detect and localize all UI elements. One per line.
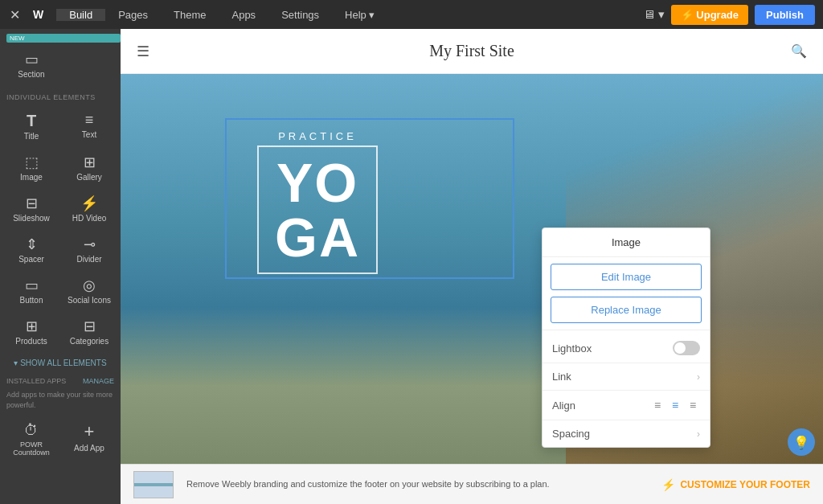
title-icon: T bbox=[27, 113, 36, 129]
spacing-chevron-icon: › bbox=[697, 428, 700, 440]
sidebar-item-slideshow[interactable]: ⊟ Slideshow bbox=[3, 190, 59, 229]
sidebar: NEW ▭ Section INDIVIDUAL ELEMENTS T Titl… bbox=[0, 29, 121, 504]
image-panel: Image Edit Image Replace Image Lightbox … bbox=[542, 227, 710, 448]
text-label: Text bbox=[82, 130, 96, 139]
sidebar-item-powr-countdown[interactable]: ⏱ POWR Countdown bbox=[3, 416, 59, 463]
add-app-label: Add App bbox=[74, 444, 104, 453]
installed-apps-label: INSTALLED APPS bbox=[6, 377, 66, 385]
manage-apps-link[interactable]: MANAGE bbox=[83, 377, 114, 385]
section-icon: ▭ bbox=[25, 52, 39, 67]
help-bubble[interactable]: 💡 bbox=[788, 428, 815, 456]
lightbox-toggle[interactable] bbox=[673, 341, 700, 355]
sidebar-item-social-icons[interactable]: ◎ Social Icons bbox=[61, 272, 117, 311]
sidebar-item-button[interactable]: ▭ Button bbox=[3, 272, 59, 311]
sidebar-item-products[interactable]: ⊞ Products bbox=[3, 313, 59, 352]
hd-video-icon: ⚡ bbox=[80, 196, 98, 211]
customize-footer-label: CUSTOMIZE YOUR FOOTER bbox=[680, 479, 810, 490]
sidebar-item-gallery[interactable]: ⊞ Gallery bbox=[61, 149, 117, 188]
lightbox-label: Lightbox bbox=[552, 342, 592, 354]
practice-text: PRACTICE bbox=[257, 130, 378, 142]
publish-button[interactable]: Publish bbox=[755, 5, 815, 25]
tab-theme[interactable]: Theme bbox=[161, 9, 219, 21]
close-button[interactable]: ✕ bbox=[6, 4, 23, 26]
align-center-icon[interactable]: ≡ bbox=[668, 398, 682, 412]
powr-countdown-icon: ⏱ bbox=[24, 423, 39, 437]
edit-image-button[interactable]: Edit Image bbox=[551, 264, 702, 290]
tab-help[interactable]: Help ▾ bbox=[332, 9, 387, 21]
add-app-icon: + bbox=[84, 423, 95, 440]
divider-label: Divider bbox=[76, 255, 101, 264]
lightbox-row: Lightbox bbox=[543, 334, 710, 363]
hero-area[interactable]: PRACTICE YOGA Image Edit Image Replace I… bbox=[121, 74, 823, 464]
menu-icon[interactable]: ☰ bbox=[137, 43, 149, 60]
top-nav: ✕ W Build Pages Theme Apps Settings Help… bbox=[0, 0, 823, 29]
main-layout: NEW ▭ Section INDIVIDUAL ELEMENTS T Titl… bbox=[0, 29, 823, 504]
align-left-icon[interactable]: ≡ bbox=[650, 398, 665, 412]
tab-build[interactable]: Build bbox=[56, 9, 105, 21]
sidebar-item-spacer[interactable]: ⇕ Spacer bbox=[3, 231, 59, 270]
customize-footer-button[interactable]: ⚡ CUSTOMIZE YOUR FOOTER bbox=[661, 478, 810, 491]
spacing-row[interactable]: Spacing › bbox=[543, 420, 710, 447]
spacer-label: Spacer bbox=[18, 255, 44, 264]
image-label: Image bbox=[20, 173, 43, 182]
title-label: Title bbox=[24, 132, 39, 141]
image-icon: ⬚ bbox=[25, 155, 39, 170]
panel-divider-1 bbox=[543, 330, 710, 330]
sidebar-item-section[interactable]: ▭ Section bbox=[3, 46, 59, 85]
tab-apps[interactable]: Apps bbox=[219, 9, 268, 21]
spacing-label: Spacing bbox=[552, 428, 590, 440]
apps-grid: ⏱ POWR Countdown + Add App bbox=[0, 415, 121, 465]
tab-pages[interactable]: Pages bbox=[105, 9, 161, 21]
replace-image-button[interactable]: Replace Image bbox=[551, 297, 702, 323]
canvas-area[interactable]: ☰ My First Site 🔍 PRACTICE YOGA Image Ed… bbox=[121, 29, 823, 504]
site-title: My First Site bbox=[429, 42, 514, 60]
section-label: Section bbox=[18, 70, 44, 79]
align-icons: ≡ ≡ ≡ bbox=[650, 398, 700, 412]
gallery-icon: ⊞ bbox=[84, 155, 96, 170]
sidebar-item-divider[interactable]: ⊸ Divider bbox=[61, 231, 117, 270]
nav-tabs: Build Pages Theme Apps Settings Help ▾ bbox=[56, 9, 634, 21]
categories-label: Categories bbox=[70, 337, 109, 346]
text-icon: ≡ bbox=[85, 113, 94, 127]
categories-icon: ⊟ bbox=[84, 319, 96, 334]
sidebar-item-hd-video[interactable]: ⚡ HD Video bbox=[61, 190, 117, 229]
bolt-icon: ⚡ bbox=[661, 478, 675, 491]
align-right-icon[interactable]: ≡ bbox=[686, 398, 700, 412]
link-label: Link bbox=[552, 371, 571, 383]
products-label: Products bbox=[15, 337, 47, 346]
installed-apps-header: INSTALLED APPS MANAGE bbox=[0, 372, 121, 390]
gallery-label: Gallery bbox=[76, 173, 102, 182]
yoga-text: YOGA bbox=[275, 155, 360, 264]
spacer-icon: ⇕ bbox=[26, 237, 38, 252]
show-all-elements[interactable]: ▾ SHOW ALL ELEMENTS bbox=[0, 354, 121, 372]
footer-preview bbox=[133, 471, 174, 498]
sidebar-item-text[interactable]: ≡ Text bbox=[61, 106, 117, 147]
link-row[interactable]: Link › bbox=[543, 363, 710, 391]
social-icons-icon: ◎ bbox=[83, 278, 96, 293]
button-icon: ▭ bbox=[25, 278, 39, 293]
section-item-grid: ▭ Section bbox=[0, 44, 121, 87]
products-icon: ⊞ bbox=[26, 319, 38, 334]
sidebar-item-add-app[interactable]: + Add App bbox=[61, 416, 117, 463]
upgrade-button[interactable]: ⚡ Upgrade bbox=[671, 5, 748, 25]
nav-left: ✕ W bbox=[0, 4, 56, 26]
hd-video-label: HD Video bbox=[72, 214, 107, 223]
divider-icon: ⊸ bbox=[84, 237, 96, 252]
site-header: ☰ My First Site 🔍 bbox=[121, 29, 823, 74]
slideshow-icon: ⊟ bbox=[26, 196, 38, 211]
button-label: Button bbox=[20, 296, 43, 305]
tab-settings[interactable]: Settings bbox=[268, 9, 332, 21]
align-label: Align bbox=[552, 400, 575, 412]
panel-title: Image bbox=[543, 228, 710, 257]
footer-text: Remove Weebly branding and customize the… bbox=[186, 477, 649, 491]
sidebar-item-title[interactable]: T Title bbox=[3, 106, 59, 147]
sidebar-item-image[interactable]: ⬚ Image bbox=[3, 149, 59, 188]
sidebar-item-categories[interactable]: ⊟ Categories bbox=[61, 313, 117, 352]
nav-right: 🖥 ▾ ⚡ Upgrade Publish bbox=[635, 5, 823, 25]
new-badge: NEW bbox=[6, 34, 121, 43]
weebly-logo: W bbox=[27, 8, 50, 21]
link-chevron-icon: › bbox=[697, 371, 700, 383]
align-row: Align ≡ ≡ ≡ bbox=[543, 391, 710, 420]
search-icon[interactable]: 🔍 bbox=[791, 43, 807, 59]
powr-countdown-label: POWR Countdown bbox=[6, 440, 56, 457]
